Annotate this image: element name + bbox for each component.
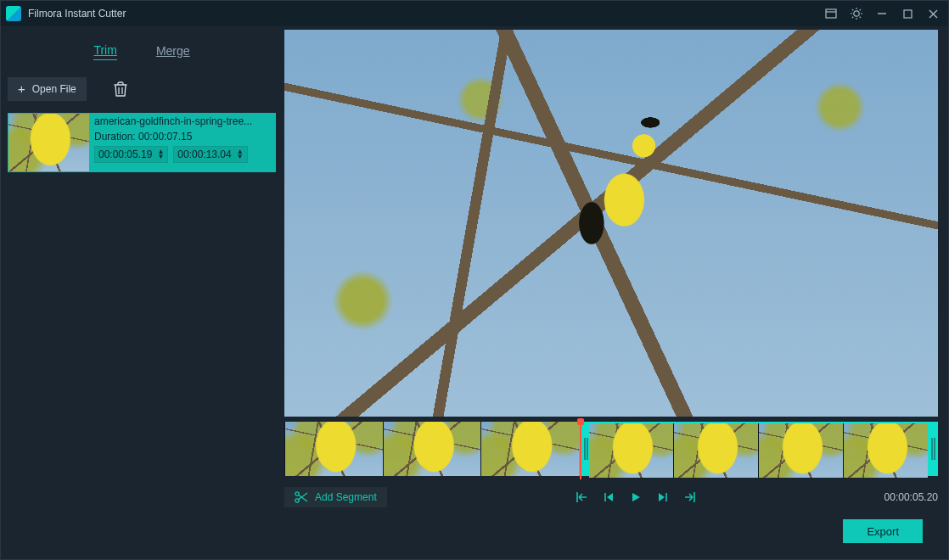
timeline-thumb [843, 423, 928, 478]
selection-handle-left[interactable] [581, 423, 589, 474]
svg-line-7 [852, 9, 853, 10]
timeline[interactable] [284, 422, 938, 478]
sidebar-toolbar: + Open File [8, 77, 276, 101]
timeline-thumb [673, 423, 758, 478]
app-logo-icon [6, 6, 21, 21]
playback-controls: Add Segment 00:00: [284, 483, 938, 512]
scissors-icon [295, 491, 308, 503]
selection-handle-right[interactable] [928, 423, 936, 474]
svg-line-10 [860, 9, 861, 10]
theme-toggle-icon[interactable] [846, 5, 867, 22]
next-frame-icon [657, 491, 669, 503]
titlebar: Filmora Instant Cutter [1, 1, 948, 26]
svg-rect-0 [826, 9, 836, 18]
playhead[interactable] [577, 418, 584, 425]
set-out-icon [683, 491, 697, 503]
stepper-icon[interactable]: ▲▼ [157, 149, 164, 160]
tab-merge[interactable]: Merge [156, 44, 190, 60]
close-button[interactable] [923, 5, 943, 22]
svg-line-8 [860, 17, 861, 18]
content-area: Trim Merge + Open File [1, 26, 948, 559]
set-out-button[interactable] [677, 487, 704, 507]
footer: Export [284, 512, 938, 551]
svg-marker-24 [632, 493, 640, 501]
stepper-icon[interactable]: ▲▼ [237, 149, 244, 160]
svg-point-17 [295, 492, 299, 496]
previous-frame-button[interactable] [595, 487, 622, 507]
add-segment-label: Add Segment [315, 491, 377, 503]
clip-thumbnail [8, 114, 89, 171]
timeline-thumb [383, 422, 481, 476]
timeline-thumb [589, 423, 673, 478]
svg-point-2 [854, 11, 859, 16]
play-icon [630, 491, 642, 503]
clip-filename: american-goldfinch-in-spring-tree... [94, 115, 270, 127]
set-in-button[interactable] [568, 487, 595, 507]
timeline-selection[interactable] [579, 422, 939, 476]
add-segment-button[interactable]: Add Segment [284, 487, 387, 507]
preview-frame [284, 30, 938, 417]
window-menu-icon[interactable] [821, 5, 841, 22]
set-in-icon [575, 491, 588, 503]
current-time: 00:00:05.20 [884, 491, 938, 503]
play-button[interactable] [622, 487, 649, 507]
svg-marker-26 [659, 493, 665, 501]
clip-in-time-value: 00:00:05.19 [98, 148, 152, 160]
svg-line-9 [852, 17, 853, 18]
tab-trim[interactable]: Trim [93, 43, 116, 60]
timeline-thumb [284, 422, 383, 476]
svg-point-18 [295, 499, 299, 502]
window-title: Filmora Instant Cutter [28, 8, 126, 20]
main-panel: Add Segment 00:00: [281, 26, 948, 559]
trash-icon [113, 81, 128, 98]
minimize-button[interactable] [872, 5, 892, 22]
plus-icon: + [18, 83, 25, 95]
clip-info: american-goldfinch-in-spring-tree... Dur… [89, 114, 275, 171]
export-button[interactable]: Export [843, 519, 923, 543]
sidebar: Trim Merge + Open File [1, 26, 281, 559]
timeline-thumb [480, 422, 579, 476]
mode-tabs: Trim Merge [8, 33, 276, 70]
app-window: Filmora Instant Cutter Trim Merge [0, 0, 949, 560]
clip-out-time-value: 00:00:13.04 [177, 148, 231, 160]
open-file-label: Open File [32, 83, 76, 95]
clip-out-time-field[interactable]: 00:00:13.04 ▲▼ [173, 146, 247, 163]
svg-marker-23 [607, 493, 613, 501]
video-preview[interactable] [284, 30, 938, 417]
delete-button[interactable] [104, 77, 138, 101]
svg-rect-12 [904, 10, 912, 18]
previous-frame-icon [603, 491, 615, 503]
clip-item[interactable]: american-goldfinch-in-spring-tree... Dur… [8, 113, 276, 172]
timeline-thumb [758, 423, 843, 478]
maximize-button[interactable] [897, 5, 918, 22]
open-file-button[interactable]: + Open File [8, 77, 87, 101]
clip-duration: Duration: 00:00:07.15 [94, 131, 270, 143]
clip-in-time-field[interactable]: 00:00:05.19 ▲▼ [94, 146, 168, 163]
next-frame-button[interactable] [649, 487, 677, 507]
